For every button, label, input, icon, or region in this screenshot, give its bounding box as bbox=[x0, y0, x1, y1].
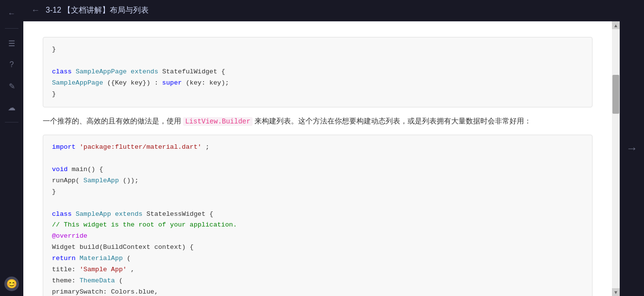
code-block-2: import 'package:flutter/material.dart' ;… bbox=[43, 135, 593, 296]
menu-icon[interactable]: ☰ bbox=[3, 35, 20, 52]
main-area: ← 3-12 【文档讲解】布局与列表 } class SampleAppPage… bbox=[23, 0, 620, 296]
scroll-down-arrow[interactable]: ▼ bbox=[612, 288, 620, 296]
prose-paragraph-1: 一个推荐的、高效的且有效的做法是，使用 ListView.Builder 来构建… bbox=[43, 114, 593, 128]
right-scrollbar[interactable]: ▲ ▼ bbox=[612, 21, 620, 296]
right-nav-panel: → bbox=[620, 0, 644, 296]
sidebar-divider-2 bbox=[5, 122, 18, 122]
next-page-button[interactable]: → bbox=[626, 141, 638, 155]
inline-code-listview-builder: ListView.Builder bbox=[183, 117, 252, 126]
code-block-1: } class SampleAppPage extends StatefulWi… bbox=[43, 37, 593, 107]
sidebar: ← ☰ ? ✎ ☁ 😊 bbox=[0, 0, 23, 296]
header-back-button[interactable]: ← bbox=[31, 5, 40, 16]
page-title: 3-12 【文档讲解】布局与列表 bbox=[46, 5, 149, 16]
content-area: } class SampleAppPage extends StatefulWi… bbox=[23, 21, 620, 296]
scroll-thumb[interactable] bbox=[612, 75, 619, 114]
back-icon[interactable]: ← bbox=[3, 5, 20, 22]
edit-icon[interactable]: ✎ bbox=[3, 77, 20, 95]
prose-text-after: 来构建列表。这个方法在你想要构建动态列表，或是列表拥有大量数据时会非常好用： bbox=[254, 117, 531, 125]
cloud-icon[interactable]: ☁ bbox=[3, 99, 20, 116]
question-icon[interactable]: ? bbox=[3, 56, 20, 73]
scroll-up-arrow[interactable]: ▲ bbox=[612, 21, 620, 29]
article-area[interactable]: } class SampleAppPage extends StatefulWi… bbox=[23, 21, 612, 296]
sidebar-divider-1 bbox=[5, 28, 18, 29]
header: ← 3-12 【文档讲解】布局与列表 bbox=[23, 0, 620, 21]
prose-text-before: 一个推荐的、高效的且有效的做法是，使用 bbox=[43, 117, 183, 125]
avatar-icon[interactable]: 😊 bbox=[4, 277, 19, 291]
